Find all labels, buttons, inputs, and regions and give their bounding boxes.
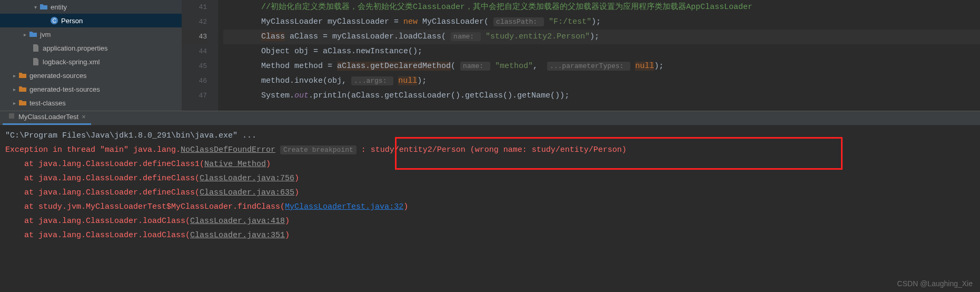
source-link[interactable]: ClassLoader.java:418 [190,217,285,226]
tree-item-label: application.properties [43,44,108,52]
line-number: 42 [182,15,207,30]
tree-item-test-classes[interactable]: ▸test-classes [0,96,182,110]
code-line[interactable]: System.out.println(aClass.getClassLoader… [223,89,980,103]
tree-item-label: logback-spring.xml [43,58,100,66]
create-breakpoint-hint[interactable]: Create breakpoint [280,145,357,154]
stack-frame: at java.lang.ClassLoader.defineClass(Cla… [5,186,975,200]
stack-frame: at study.jvm.MyClassLoaderTest$MyClassLo… [5,200,975,214]
line-number: 46 [182,74,207,89]
tree-item-label: entity [51,3,67,11]
tree-item-application-properties[interactable]: application.properties [0,41,182,55]
source-link[interactable]: Native Method [204,160,266,169]
console-output[interactable]: "C:\Program Files\Java\jdk1.8.0_291\bin\… [0,125,980,292]
line-number: 44 [182,44,207,59]
line-number: 45 [182,59,207,74]
console-command: "C:\Program Files\Java\jdk1.8.0_291\bin\… [5,129,975,143]
source-link[interactable]: MyClassLoaderTest.java:32 [285,202,403,211]
tree-item-label: Person [61,17,83,25]
console-tab[interactable]: MyClassLoaderTest × [3,110,91,125]
source-link[interactable]: ClassLoader.java:756 [200,174,294,183]
code-line[interactable]: Method method = aClass.getDeclaredMethod… [223,59,980,74]
tree-item-jvm[interactable]: ▸jvm [0,27,182,41]
tree-item-entity[interactable]: ▾entity [0,0,182,14]
chevron-icon: ▸ [11,100,18,106]
code-line[interactable]: Object obj = aClass.newInstance(); [223,44,980,59]
code-line[interactable]: //初始化自定义类加载器，会先初始化父类ClassLoader，其中会把自定义类… [223,0,980,15]
tree-item-label: test-classes [29,99,66,107]
tree-item-label: jvm [40,31,51,38]
editor-code-area[interactable]: //初始化自定义类加载器，会先初始化父类ClassLoader，其中会把自定义类… [218,0,980,111]
console-tab-label: MyClassLoaderTest [18,113,78,121]
tree-item-generated-sources[interactable]: ▸generated-sources [0,69,182,82]
code-editor[interactable]: 41424344454647 //初始化自定义类加载器，会先初始化父类Class… [182,0,980,111]
tree-item-person[interactable]: CPerson [0,14,182,27]
tree-item-label: generated-test-sources [29,85,100,93]
editor-gutter: 41424344454647 [182,0,218,111]
stack-frame: at java.lang.ClassLoader.loadClass(Class… [5,228,975,242]
tree-item-logback-spring-xml[interactable]: logback-spring.xml [0,55,182,69]
tree-item-generated-test-sources[interactable]: ▸generated-test-sources [0,82,182,96]
chevron-icon: ▾ [32,4,39,10]
stack-frame: at java.lang.ClassLoader.defineClass1(Na… [5,157,975,171]
source-link[interactable]: ClassLoader.java:635 [200,188,294,197]
svg-rect-2 [9,113,14,119]
tree-item-label: generated-sources [29,72,86,80]
source-link[interactable]: ClassLoader.java:351 [190,231,285,240]
run-icon [8,112,15,121]
console-tab-bar: MyClassLoaderTest × [0,111,980,125]
stack-frame: at java.lang.ClassLoader.defineClass(Cla… [5,171,975,186]
code-line[interactable]: method.invoke(obj, ...args: null); [223,74,980,89]
console-exception-line: Exception in thread "main" java.lang.NoC… [5,143,975,157]
code-line[interactable]: Class aClass = myClassLoader.loadClass( … [223,30,980,44]
chevron-icon: ▸ [21,32,28,37]
line-number: 41 [182,0,207,15]
close-icon[interactable]: × [82,113,86,121]
chevron-icon: ▸ [11,86,18,92]
line-number: 47 [182,89,207,103]
chevron-icon: ▸ [11,73,18,79]
stack-frame: at java.lang.ClassLoader.loadClass(Class… [5,214,975,228]
line-number: 43 [182,30,207,44]
exception-class-link[interactable]: NoClassDefFoundError [181,145,275,154]
project-tree[interactable]: ▾entityCPerson▸jvmapplication.properties… [0,0,182,111]
watermark: CSDN @Laughing_Xie [897,279,973,288]
code-line[interactable]: MyClassLoader myClassLoader = new MyClas… [223,15,980,30]
svg-text:C: C [52,18,56,24]
